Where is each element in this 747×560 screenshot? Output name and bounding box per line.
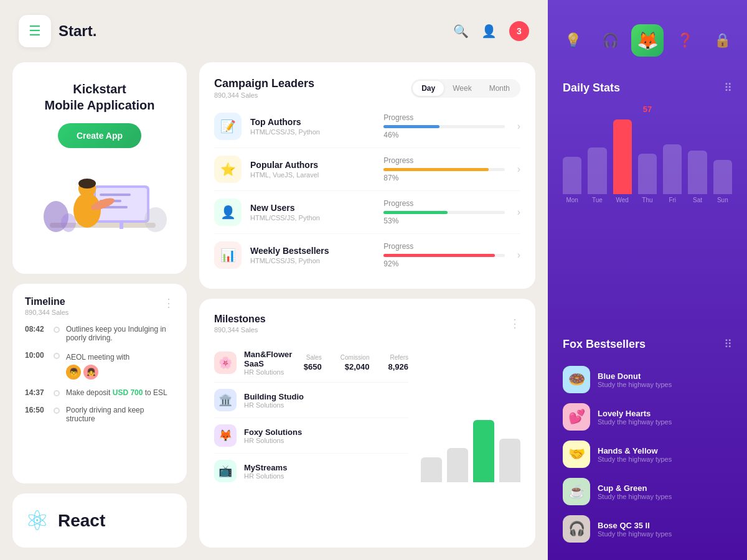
milestones-inner: 🌸 Man&Flower SaaS HR Solutions Sales $65… — [214, 343, 520, 488]
avatar-1: 👦 — [66, 365, 81, 380]
daily-stats-options[interactable]: ⠿ — [724, 81, 732, 95]
bs-img-bose: 🎧 — [563, 515, 590, 543]
tab-week[interactable]: Week — [444, 81, 480, 96]
sidebar-icon-bulb[interactable]: 💡 — [557, 24, 589, 57]
progress-bar-bg — [383, 168, 504, 171]
bar-thu — [638, 154, 657, 194]
bestsellers-options[interactable]: ⠿ — [724, 337, 732, 351]
bs-name: Hands & Yellow — [598, 446, 672, 455]
avatar-2: 👧 — [83, 365, 98, 380]
bulb-icon: 💡 — [565, 32, 581, 49]
search-icon[interactable]: 🔍 — [453, 24, 469, 39]
milestones-options[interactable]: ⋮ — [509, 317, 520, 330]
table-row: 👤 New Users HTML/CSS/JS, Python Progress… — [214, 191, 520, 234]
table-row: 📊 Weekly Bestsellers HTML/CSS/JS, Python… — [214, 234, 520, 276]
fox-icon: 🦊 — [637, 30, 659, 51]
campaign-title: Campaign Leaders — [214, 77, 314, 90]
sidebar-icon-lock[interactable]: 🔒 — [706, 24, 738, 57]
ms-name: Man&Flower SaaS — [244, 350, 304, 368]
progress-bar-fill — [383, 168, 489, 171]
bar-mon — [563, 157, 581, 194]
header-right: 🔍 👤 3 — [453, 21, 529, 41]
row-name: New Users — [250, 203, 371, 213]
progress-weekly-bestsellers: Progress 92% — [383, 242, 504, 268]
svg-point-8 — [73, 193, 101, 228]
sidebar-icon-question[interactable]: ❓ — [669, 24, 701, 57]
bar-label-tue: Tue — [592, 197, 603, 203]
ms-cols: Sales $650 Comission $2,040 Refers 8,926 — [304, 354, 408, 371]
timeline-options[interactable]: ⋮ — [163, 296, 174, 310]
bs-name: Cup & Green — [598, 483, 672, 493]
bar-col-fri: Fri — [663, 144, 682, 203]
list-item: 💕 Lovely Hearts Study the highway types — [563, 398, 732, 436]
tl-text-1650: Poorly driving and keep structure — [66, 406, 174, 423]
notification-badge[interactable]: 3 — [509, 21, 529, 41]
bar-label-sun: Sun — [717, 197, 728, 203]
campaign-subtitle: 890,344 Sales — [214, 91, 314, 99]
tab-day[interactable]: Day — [413, 81, 444, 96]
bs-img-blue-donut: 🍩 — [563, 366, 590, 393]
fox-bestsellers-title: Fox Bestsellers — [563, 338, 646, 351]
ms-col-label: Sales — [304, 354, 322, 361]
ms-sub: HR Solutions — [244, 401, 304, 409]
new-users-icon: 👤 — [214, 198, 242, 226]
milestones-subtitle: 890,344 Sales — [214, 326, 266, 334]
tl-highlight: USD 700 — [113, 388, 143, 397]
bar-wed — [613, 119, 632, 194]
tl-dot-1000 — [54, 353, 60, 359]
right-column: Campaign Leaders 890,344 Sales Day Week … — [199, 62, 535, 548]
chart-bar-4 — [499, 439, 520, 482]
ms-sub: HR Solutions — [244, 368, 304, 376]
progress-bar-bg — [383, 211, 504, 214]
row-chevron[interactable]: › — [517, 164, 520, 175]
row-name: Top Authors — [250, 117, 371, 127]
progress-bar-fill — [383, 254, 495, 257]
progress-top-authors: Progress 46% — [383, 113, 504, 139]
bar-col-thu: Thu — [638, 154, 657, 203]
content: Kickstart Mobile Application Create App — [0, 62, 548, 560]
bar-fri — [663, 144, 682, 194]
progress-bar-fill — [383, 211, 448, 214]
row-chevron[interactable]: › — [517, 250, 520, 261]
list-item: ☕ Cup & Green Study the highway types — [563, 473, 732, 510]
progress-label: Progress — [383, 156, 504, 165]
progress-label: Progress — [383, 113, 504, 122]
tl-text-0842: Outlines keep you Indulging in poorly dr… — [66, 325, 174, 342]
timeline-title: Timeline — [25, 296, 68, 307]
table-row: 🌸 Man&Flower SaaS HR Solutions Sales $65… — [214, 343, 408, 383]
ms-col-label: Refers — [388, 354, 408, 361]
ms-col-val: $650 — [304, 362, 322, 371]
milestones-card: Milestones 890,344 Sales ⋮ 🌸 Man&Flower … — [199, 299, 535, 548]
row-tech: HTML/CSS/JS, Python — [250, 214, 371, 222]
bar-label-wed: Wed — [616, 197, 629, 203]
row-chevron[interactable]: › — [517, 207, 520, 218]
create-app-button[interactable]: Create App — [58, 123, 141, 148]
tab-month[interactable]: Month — [481, 81, 519, 96]
user-icon[interactable]: 👤 — [481, 24, 497, 39]
table-row: 📝 Top Authors HTML/CSS/JS, Python Progre… — [214, 105, 520, 148]
ms-col-val: 8,926 — [388, 362, 408, 371]
ms-name: Foxy Solutions — [244, 427, 302, 437]
bestsellers-header: Fox Bestsellers ⠿ — [563, 337, 732, 351]
progress-new-users: Progress 53% — [383, 199, 504, 225]
row-chevron[interactable]: › — [517, 121, 520, 132]
bar-col-tue: Tue — [588, 147, 606, 203]
row-info-weekly-bestsellers: Weekly Bestsellers HTML/CSS/JS, Python — [250, 246, 371, 264]
ms-info-foxy: Foxy Solutions HR Solutions — [244, 427, 302, 444]
tl-dot-1437 — [54, 390, 60, 396]
progress-pct: 92% — [383, 259, 504, 268]
tl-time-1650: 16:50 — [25, 406, 47, 414]
bar-label-thu: Thu — [642, 197, 652, 203]
ms-sub: HR Solutions — [244, 472, 287, 480]
bs-info-lovely-hearts: Lovely Hearts Study the highway types — [598, 409, 672, 426]
daily-stats-bar-chart: Mon Tue Wed Thu Fri Sat — [563, 116, 732, 203]
bar-label-sat: Sat — [693, 197, 702, 203]
svg-point-13 — [144, 207, 167, 232]
react-logo-icon: ⚛ — [25, 505, 49, 536]
tl-avatars: 👦 👧 — [66, 365, 129, 380]
ms-col-refers: Refers 8,926 — [388, 354, 408, 371]
sidebar-icon-headset[interactable]: 🎧 — [594, 24, 626, 57]
row-tech: HTML/CSS/JS, Python — [250, 128, 371, 136]
list-item: 🤝 Hands & Yellow Study the highway types — [563, 436, 732, 473]
sidebar-icon-fox-active[interactable]: 🦊 — [631, 24, 664, 57]
